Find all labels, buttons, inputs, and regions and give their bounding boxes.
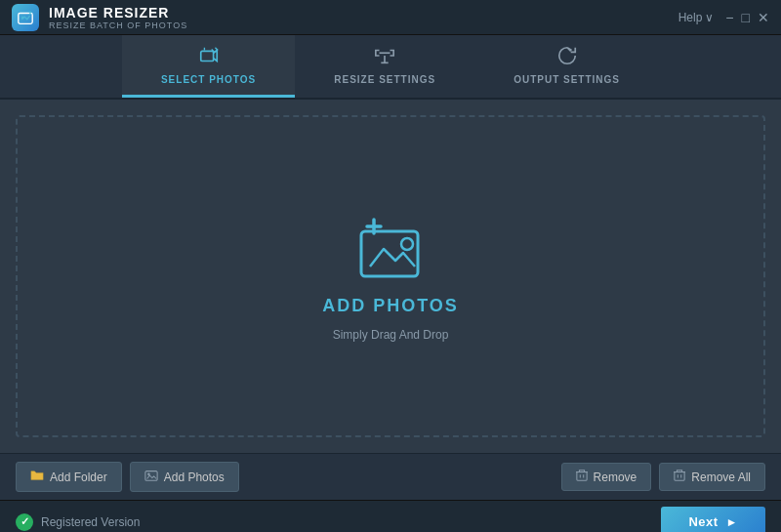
action-bar: Add Folder Add Photos xyxy=(0,453,781,500)
status-text: Registered Version xyxy=(41,515,140,529)
add-photos-sublabel: Simply Drag And Drop xyxy=(333,328,449,342)
add-folder-button[interactable]: Add Folder xyxy=(16,462,122,492)
svg-rect-17 xyxy=(675,472,684,481)
title-bar-left: IMAGE RESIZER RESIZE BATCH OF PHOTOS xyxy=(12,4,187,31)
app-icon xyxy=(12,4,39,31)
add-photos-button[interactable]: Add Photos xyxy=(130,462,239,492)
title-bar: IMAGE RESIZER RESIZE BATCH OF PHOTOS Hel… xyxy=(0,0,781,35)
remove-button[interactable]: Remove xyxy=(561,463,652,491)
next-arrow-icon: ► xyxy=(726,515,738,529)
minimize-button[interactable]: − xyxy=(725,11,733,24)
remove-all-label: Remove All xyxy=(691,471,751,484)
select-photos-icon xyxy=(198,45,220,71)
photo-add-icon xyxy=(144,469,158,485)
tab-resize-settings[interactable]: RESIZE SETTINGS xyxy=(295,35,474,98)
registered-icon: ✓ xyxy=(16,513,33,531)
next-button[interactable]: Next ► xyxy=(661,507,765,532)
remove-all-icon xyxy=(674,470,685,484)
app-title: IMAGE RESIZER xyxy=(49,5,187,20)
action-bar-right: Remove Remove All xyxy=(561,463,765,491)
add-photos-icon-wrapper: ADD PHOTOS Simply Drag And Drop xyxy=(322,212,459,342)
remove-all-button[interactable]: Remove All xyxy=(659,463,765,491)
next-label: Next xyxy=(688,514,718,529)
maximize-button[interactable]: □ xyxy=(742,11,750,24)
title-bar-right: Help ∨ − □ ✕ xyxy=(678,11,769,24)
status-bar: ✓ Registered Version Next ► xyxy=(0,500,781,532)
remove-icon xyxy=(576,470,588,484)
tab-navigation: SELECT PHOTOS RESIZE SETTINGS OUTPUT SET… xyxy=(0,35,781,100)
svg-rect-11 xyxy=(145,471,157,481)
svg-point-1 xyxy=(21,16,24,19)
tab-output-settings-label: OUTPUT SETTINGS xyxy=(514,74,620,85)
add-folder-label: Add Folder xyxy=(50,471,107,484)
app-title-block: IMAGE RESIZER RESIZE BATCH OF PHOTOS xyxy=(49,5,187,30)
svg-rect-2 xyxy=(200,51,213,61)
resize-settings-icon xyxy=(374,45,395,71)
help-button[interactable]: Help ∨ xyxy=(678,11,715,24)
add-photos-label: ADD PHOTOS xyxy=(322,296,459,316)
tab-resize-settings-label: RESIZE SETTINGS xyxy=(334,74,435,85)
tab-select-photos[interactable]: SELECT PHOTOS xyxy=(122,35,295,98)
window-controls: − □ ✕ xyxy=(725,11,769,24)
svg-point-12 xyxy=(147,472,150,475)
add-photos-icon xyxy=(347,212,434,290)
svg-point-10 xyxy=(401,238,413,250)
drop-area[interactable]: ADD PHOTOS Simply Drag And Drop xyxy=(16,115,765,437)
folder-icon xyxy=(30,469,44,485)
action-bar-left: Add Folder Add Photos xyxy=(16,462,239,492)
status-left: ✓ Registered Version xyxy=(16,513,140,531)
output-settings-icon xyxy=(556,45,578,71)
app-subtitle: RESIZE BATCH OF PHOTOS xyxy=(49,20,187,30)
tab-select-photos-label: SELECT PHOTOS xyxy=(161,74,256,85)
add-photos-btn-label: Add Photos xyxy=(164,471,225,484)
tab-output-settings[interactable]: OUTPUT SETTINGS xyxy=(474,35,659,98)
svg-rect-13 xyxy=(576,472,586,481)
chevron-down-icon: ∨ xyxy=(705,11,714,24)
remove-label: Remove xyxy=(594,471,637,484)
close-button[interactable]: ✕ xyxy=(758,11,769,24)
